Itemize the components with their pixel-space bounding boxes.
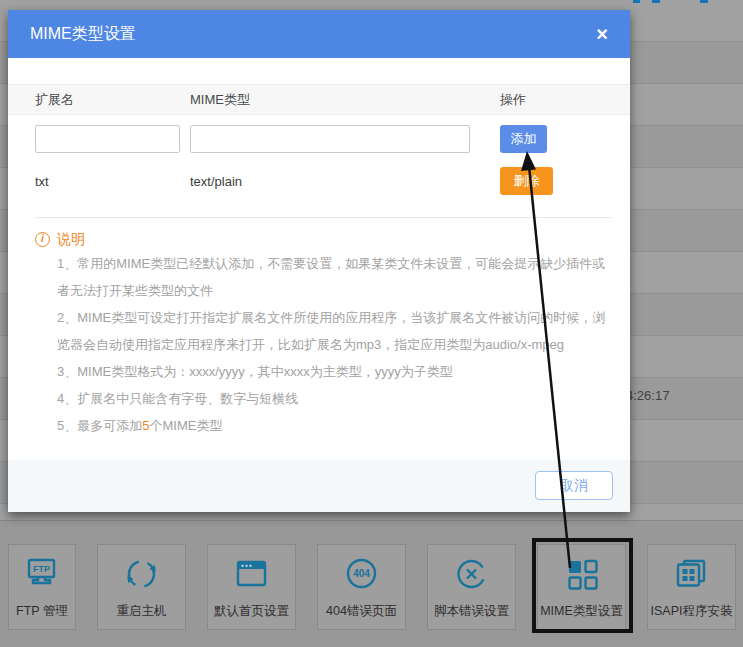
note-item: 5、最多可添加5个MIME类型: [57, 412, 613, 439]
toolbar-item-isapi[interactable]: ISAPI程序安装: [647, 544, 736, 630]
toolbar-item-404[interactable]: 404 404错误页面: [317, 544, 406, 630]
toolbar-item-default-home[interactable]: 默认首页设置: [207, 544, 296, 630]
note-item: 4、扩展名中只能含有字母、数字与短横线: [57, 385, 613, 412]
note-item: 1、常用的MIME类型已经默认添加，不需要设置，如果某类文件未设置，可能会提示缺…: [57, 250, 613, 304]
close-icon[interactable]: ×: [596, 24, 608, 44]
section-divider: [35, 217, 611, 218]
notes-title: 说明: [57, 231, 85, 249]
table-header-row: 扩展名 MIME类型 操作: [8, 84, 630, 115]
column-header-operation: 操作: [500, 85, 526, 115]
column-header-mime-type: MIME类型: [190, 85, 250, 115]
restart-icon: [98, 555, 185, 595]
svg-text:FTP: FTP: [33, 564, 50, 574]
404-circle-icon: 404: [318, 555, 405, 595]
extension-input[interactable]: [35, 125, 180, 153]
mime-settings-dialog: MIME类型设置 × 扩展名 MIME类型 操作 添加 txt text/pla…: [8, 10, 630, 512]
row-mime-value: text/plain: [190, 168, 242, 196]
add-button[interactable]: 添加: [500, 125, 547, 153]
screen: 4:26:17 FTP FTP 管理 重启主机: [0, 0, 743, 647]
mime-card-selection-outline: [532, 538, 633, 633]
column-header-extension: 扩展名: [35, 85, 74, 115]
mime-type-input[interactable]: [190, 125, 470, 153]
background-blue-fragment: [700, 0, 708, 3]
notes-list: 1、常用的MIME类型已经默认添加，不需要设置，如果某类文件未设置，可能会提示缺…: [57, 250, 613, 439]
note-item: 2、MIME类型可设定打开指定扩展名文件所使用的应用程序，当该扩展名文件被访问的…: [57, 304, 613, 358]
toolbar-item-label: 重启主机: [117, 603, 167, 620]
background-timestamp: 4:26:17: [626, 388, 669, 403]
toolbar-item-label: 404错误页面: [326, 603, 397, 620]
cancel-button[interactable]: 取消: [535, 471, 613, 500]
dialog-footer: 取消: [8, 460, 630, 512]
info-icon: i: [35, 232, 50, 247]
toolbar-item-label: ISAPI程序安装: [651, 603, 733, 620]
script-error-icon: [428, 555, 515, 595]
background-blue-fragment: [633, 0, 640, 3]
dialog-title: MIME类型设置: [30, 24, 136, 45]
toolbar-item-restart[interactable]: 重启主机: [97, 544, 186, 630]
toolbar-item-label: FTP 管理: [16, 603, 68, 620]
ftp-monitor-icon: FTP: [9, 555, 75, 595]
toolbar-item-script-error[interactable]: 脚本错误设置: [427, 544, 516, 630]
isapi-pages-icon: [648, 555, 735, 595]
row-extension-value: txt: [35, 168, 49, 196]
browser-window-icon: [208, 555, 295, 595]
note-item: 3、MIME类型格式为：xxxx/yyyy，其中xxxx为主类型，yyyy为子类…: [57, 358, 613, 385]
toolbar-item-ftp[interactable]: FTP FTP 管理: [8, 544, 76, 630]
dialog-header: MIME类型设置 ×: [8, 10, 630, 58]
background-blue-fragment: [652, 0, 660, 3]
delete-button[interactable]: 删除: [500, 167, 553, 195]
svg-text:404: 404: [353, 568, 370, 579]
toolbar-item-label: 默认首页设置: [214, 603, 289, 620]
toolbar-item-label: 脚本错误设置: [434, 603, 509, 620]
